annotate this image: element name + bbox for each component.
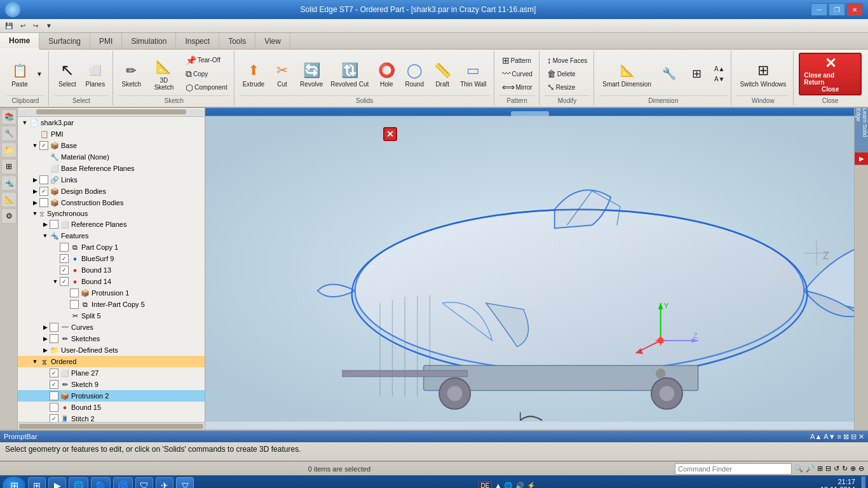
tree-item-sketch-9[interactable]: ✏ Sketch 9	[18, 379, 205, 390]
round-button[interactable]: ◯ Round	[401, 58, 428, 90]
save-button[interactable]: 💾	[3, 22, 15, 30]
revolved-cut-button[interactable]: 🔃 Revolved Cut	[327, 58, 372, 90]
expand-ordered[interactable]: ▼	[31, 357, 39, 366]
tab-surfacing[interactable]: Surfacing	[39, 33, 90, 49]
bound-13-checkbox[interactable]	[60, 266, 69, 274]
taskbar-app-explorer[interactable]: ⊞	[28, 477, 46, 488]
tree-item-links[interactable]: ▶ 🔗 Links	[18, 174, 205, 186]
taskbar-app-app4[interactable]: ▽	[176, 477, 194, 488]
tree-item-part-copy-1[interactable]: ⧉ Part Copy 1	[18, 241, 205, 253]
expand-part-copy-1[interactable]	[51, 243, 60, 252]
customize-quick-access-button[interactable]: ▼	[43, 22, 55, 30]
sketch-9-checkbox[interactable]	[50, 380, 58, 389]
move-faces-button[interactable]: ↕Move Faces	[545, 54, 590, 67]
feature-lib-btn-7[interactable]: ⚙	[1, 208, 17, 224]
expand-bluesurf-9[interactable]	[51, 254, 60, 263]
promptbar-text-up-button[interactable]: A▲	[810, 433, 822, 441]
feature-lib-btn-6[interactable]: 📐	[1, 192, 17, 207]
expand-features[interactable]: ▼	[41, 231, 50, 240]
expand-construction-bodies[interactable]: ▶	[31, 198, 39, 207]
sketch-button[interactable]: ✏ Sketch	[118, 58, 145, 90]
feature-lib-btn-5[interactable]: 🔩	[1, 175, 17, 191]
restore-button[interactable]: ❐	[829, 3, 845, 16]
feature-lib-btn-3[interactable]: 📁	[1, 142, 17, 158]
feature-lib-btn-4[interactable]: ⊞	[1, 159, 17, 174]
youtube-button[interactable]: ▶	[855, 152, 868, 165]
bluesurf-9-checkbox[interactable]	[60, 254, 69, 263]
undo-button[interactable]: ↩	[18, 22, 28, 30]
hole-button[interactable]: ⭕ Hole	[373, 58, 400, 90]
select-button[interactable]: ↖ Select	[54, 58, 81, 90]
taskbar-app-app1[interactable]: 🌀	[113, 477, 133, 488]
expand-design-bodies[interactable]: ▶	[31, 187, 39, 196]
promptbar-option2-button[interactable]: ⊟	[851, 433, 857, 441]
dimension-tool-2-button[interactable]: 🔧	[656, 62, 682, 86]
bound-15-checkbox[interactable]	[50, 403, 58, 412]
design-bodies-checkbox[interactable]	[39, 187, 48, 196]
show-desktop-button[interactable]	[862, 477, 865, 488]
construction-bodies-checkbox[interactable]	[39, 198, 48, 207]
copy-button[interactable]: ⧉Copy	[183, 67, 230, 81]
feature-tree-panel[interactable]: ▼ 📄 shark3.par 📋 PMI ▼ 📦 Base 🔧 Material…	[18, 108, 205, 430]
ref-planes-checkbox[interactable]	[50, 220, 58, 229]
promptbar-align-button[interactable]: ≡	[837, 433, 841, 441]
redo-status-icon[interactable]: ↻	[842, 464, 848, 473]
part-copy-5-checkbox[interactable]	[70, 300, 79, 309]
tab-view[interactable]: View	[255, 33, 290, 49]
zoom-in-icon[interactable]: 🔎	[806, 464, 815, 473]
expand-root[interactable]: ▼	[20, 118, 29, 127]
expand-ref-planes[interactable]: ▶	[41, 220, 50, 229]
remove-icon[interactable]: ⊖	[858, 464, 864, 473]
tab-inspect[interactable]: Inspect	[176, 33, 219, 49]
tree-item-base[interactable]: ▼ 📦 Base	[18, 140, 205, 151]
taskbar-app-browser[interactable]: 🌐	[69, 477, 88, 488]
expand-user-defined[interactable]: ▶	[41, 346, 50, 355]
switch-windows-button[interactable]: ⊞ Switch Windows	[736, 58, 789, 90]
resize-button[interactable]: ⤡Resize	[545, 81, 590, 93]
tree-item-construction-bodies[interactable]: ▶ 📦 Construction Bodies	[18, 197, 205, 208]
expand-material[interactable]	[41, 152, 50, 161]
redo-button[interactable]: ↪	[31, 22, 41, 30]
sketches-checkbox[interactable]	[50, 334, 58, 343]
expand-base[interactable]: ▼	[31, 141, 39, 150]
tree-item-material[interactable]: 🔧 Material (None)	[18, 151, 205, 163]
expand-links[interactable]: ▶	[31, 175, 39, 184]
minimize-button[interactable]: ─	[811, 3, 827, 16]
network-icon[interactable]: 🌐	[504, 482, 513, 489]
expand-bound-14[interactable]: ▼	[51, 277, 60, 286]
start-button[interactable]: ⊞	[3, 477, 25, 488]
delete-button[interactable]: 🗑Delete	[545, 67, 590, 80]
tree-item-user-defined[interactable]: ▶ 📁 User-Defined Sets	[18, 344, 205, 356]
tab-simulation[interactable]: Simulation	[122, 33, 176, 49]
curves-checkbox[interactable]	[50, 323, 58, 332]
paste-button[interactable]: 📋 Paste	[6, 58, 33, 90]
tree-item-plane-27[interactable]: ⬜ Plane 27	[18, 367, 205, 379]
search-icon[interactable]: 🔍	[794, 464, 803, 473]
part-copy-1-checkbox[interactable]	[60, 243, 69, 252]
tree-item-bound-15[interactable]: ● Bound 15	[18, 402, 205, 413]
curved-button[interactable]: 〰Curved	[499, 67, 535, 80]
command-finder-input[interactable]	[675, 463, 792, 475]
extrude-button[interactable]: ⬆ Extrude	[240, 58, 268, 90]
viewport-close-button[interactable]: ✕	[383, 127, 397, 141]
tree-item-root[interactable]: ▼ 📄 shark3.par	[18, 117, 205, 128]
expand-split-5[interactable]	[61, 311, 70, 320]
taskbar-app-app2[interactable]: 🛡	[135, 477, 153, 488]
expand-sketch-9[interactable]	[41, 380, 50, 389]
close-and-return-button[interactable]: ✕ Close and Return Close	[799, 53, 862, 95]
protrusion-1-checkbox[interactable]	[70, 288, 79, 297]
bound-14-checkbox[interactable]	[60, 277, 69, 286]
tree-item-design-bodies[interactable]: ▶ 📦 Design Bodies	[18, 186, 205, 197]
tree-item-ordered[interactable]: ▼ ⧖ Ordered	[18, 356, 205, 367]
taskbar-app-media[interactable]: ▶	[48, 477, 66, 488]
volume-icon[interactable]: 🔊	[515, 482, 524, 489]
protrusion-2-checkbox[interactable]	[50, 391, 58, 400]
tree-item-bound-14[interactable]: ▼ ● Bound 14	[18, 276, 205, 287]
tree-item-split-5[interactable]: ✂ Split 5	[18, 310, 205, 322]
dimension-text-down-button[interactable]: A▼	[712, 74, 728, 84]
expand-protrusion-2[interactable]	[41, 391, 50, 400]
smart-dimension-button[interactable]: 📐 Smart Dimension	[599, 58, 654, 90]
draft-button[interactable]: 📏 Draft	[429, 58, 456, 90]
close-button[interactable]: ✕	[846, 3, 863, 16]
tree-item-sketches[interactable]: ▶ ✏ Sketches	[18, 333, 205, 344]
